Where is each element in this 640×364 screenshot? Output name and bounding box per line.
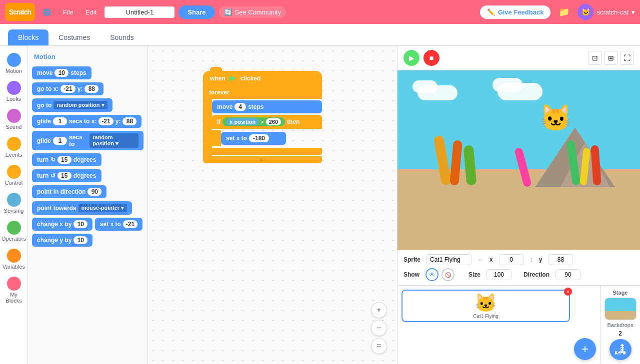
block-turn-cw[interactable]: turn ↻ 15 degrees [32, 153, 102, 166]
community-icon: 🔄 [224, 8, 232, 16]
block-goto-random[interactable]: go to random position ▾ [32, 98, 112, 112]
share-button[interactable]: Share [178, 5, 214, 19]
c-block-wrapper: move 4 steps if x position > 260 [203, 99, 322, 156]
chevron-down-icon: ▾ [632, 8, 635, 16]
block-glide-xy[interactable]: glide 1 secs to x: -21 y: 88 [32, 115, 142, 128]
block-goto-xy[interactable]: go to x: -21 y: 88 [32, 82, 104, 95]
sidebar-item-events[interactable]: Events [2, 134, 26, 161]
script-move-block[interactable]: move 4 steps [212, 100, 322, 113]
sidebar-item-looks[interactable]: Looks [2, 78, 26, 105]
globe-icon: 🌐 [43, 8, 51, 16]
script-set-x-block[interactable]: set x to -180 [221, 132, 286, 145]
large-stage-button[interactable]: ⊞ [604, 51, 618, 65]
file-menu[interactable]: File [59, 6, 78, 18]
sidebar-item-sound[interactable]: Sound [2, 106, 26, 133]
add-backdrop-button[interactable]: 🏞 [610, 339, 632, 360]
size-input[interactable] [486, 269, 512, 280]
stop-button[interactable]: ■ [424, 50, 440, 66]
cloud4 [492, 78, 522, 92]
folder-button[interactable]: 📁 [554, 4, 574, 19]
block-move[interactable]: move 10 steps [32, 66, 92, 79]
user-menu[interactable]: 🐱 scratch-cat ▾ [578, 4, 635, 20]
x-position-input[interactable] [499, 254, 524, 265]
project-name-input[interactable] [104, 6, 174, 18]
block-turn-ccw[interactable]: turn ↺ 15 degrees [32, 169, 102, 182]
looks-dot [7, 81, 21, 95]
block-point-towards[interactable]: point towards mouse-pointer ▾ [32, 201, 132, 215]
sprite-close-button[interactable]: × [564, 288, 572, 296]
main-layout: Motion Looks Sound Events Control Sensin… [0, 46, 640, 364]
show-visible-button[interactable]: 👁 [426, 268, 438, 281]
forever-block[interactable]: forever [203, 86, 322, 99]
tabs-bar: Blocks Costumes Sounds [0, 24, 640, 46]
small-stage-button[interactable]: ⊡ [588, 51, 602, 65]
zoom-in-button[interactable]: + [371, 302, 387, 318]
sprites-bottom: × 🐱 Cat1 Flying + Stage Backdrops 2 🏞 [398, 286, 640, 364]
stage-thumbnail[interactable] [604, 298, 636, 320]
green-flag-button[interactable]: ▶ [404, 50, 420, 66]
tab-costumes[interactable]: Costumes [48, 29, 100, 45]
pencil-icon: ✏️ [487, 8, 495, 16]
blocks-panel: Motion move 10 steps go to x: -21 y: 88 … [28, 46, 148, 364]
right-panel: ▶ ■ ⊡ ⊞ ⛶ 🐱 [397, 46, 640, 364]
fullscreen-button[interactable]: ⛶ [620, 51, 634, 65]
plant1 [463, 145, 476, 185]
rplant2 [580, 147, 590, 185]
flag-icon [230, 75, 236, 81]
block-change-x[interactable]: change x by 10 [32, 218, 92, 231]
sprite-info-row2: Show 👁 🚫 Size Direction [404, 268, 634, 281]
tab-sounds[interactable]: Sounds [100, 29, 144, 45]
sidebar-item-motion[interactable]: Motion [2, 50, 26, 77]
zoom-out-button[interactable]: − [371, 320, 387, 336]
sidebar-item-sensing[interactable]: Sensing [2, 190, 26, 217]
sidebar-item-operators[interactable]: Operators [2, 218, 26, 245]
zoom-controls: + − = [371, 302, 387, 354]
zoom-fit-button[interactable]: = [371, 338, 387, 354]
hat-bump [210, 67, 222, 72]
sidebar: Motion Looks Sound Events Control Sensin… [0, 46, 28, 364]
tab-blocks[interactable]: Blocks [8, 29, 48, 45]
block-glide-random[interactable]: glide 1 secs to random position ▾ [32, 131, 144, 150]
scratch-logo[interactable]: Scratch [5, 3, 35, 21]
when-flag-block[interactable]: when clicked [203, 71, 322, 86]
sprite-name-input[interactable] [426, 254, 472, 265]
stage-mini-preview [605, 298, 636, 320]
globe-button[interactable]: 🌐 [39, 6, 55, 18]
stage-canvas-area: 🐱 [398, 70, 640, 250]
show-hidden-button[interactable]: 🚫 [442, 268, 454, 281]
script-stack[interactable]: when clicked forever move [203, 71, 322, 163]
sidebar-item-variables[interactable]: Variables [2, 246, 26, 273]
forever-bottom-cap: ↩ [203, 156, 322, 163]
c-arm-left [203, 99, 212, 156]
if-arm [212, 130, 221, 146]
add-sprite-button[interactable]: + [574, 338, 596, 360]
sensing-dot [7, 193, 21, 207]
condition-block[interactable]: x position > 260 [222, 117, 285, 126]
direction-input[interactable] [556, 269, 580, 280]
if-c-wrapper: set x to -180 [212, 130, 322, 146]
sound-dot [7, 109, 21, 123]
script-area[interactable]: when clicked forever move [148, 46, 397, 364]
if-inner: set x to -180 [221, 130, 286, 146]
script-container: when clicked forever move [203, 71, 322, 165]
motion-dot [7, 53, 21, 67]
rplant3 [590, 145, 602, 186]
sprite-info-row: Sprite ↔ x ↕ y [404, 254, 634, 265]
block-point-direction[interactable]: point in direction 90 [32, 185, 106, 198]
y-position-input[interactable] [548, 254, 573, 265]
block-set-x[interactable]: set x to -21 [95, 218, 142, 231]
sidebar-item-control[interactable]: Control [2, 162, 26, 189]
give-feedback-button[interactable]: ✏️ Give Feedback [480, 5, 551, 19]
surfboard1 [433, 135, 452, 186]
sprite-card-cat1flying[interactable]: × 🐱 Cat1 Flying [402, 290, 570, 322]
script-if-block[interactable]: if x position > 260 then [212, 115, 322, 129]
edit-menu[interactable]: Edit [82, 6, 100, 18]
top-navigation: Scratch 🌐 File Edit Share 🔄 See Communit… [0, 0, 640, 24]
stage-controls: ▶ ■ ⊡ ⊞ ⛶ [398, 46, 640, 70]
see-community-button[interactable]: 🔄 See Community [219, 6, 286, 18]
forever-arrow-icon: ↩ [260, 155, 266, 165]
stage-scene: 🐱 [398, 70, 640, 250]
sidebar-item-myblocks[interactable]: My Blocks [2, 274, 26, 307]
stage-thumb-panel: Stage Backdrops 2 🏞 [600, 286, 640, 364]
block-change-y[interactable]: change y by 10 [32, 234, 92, 247]
